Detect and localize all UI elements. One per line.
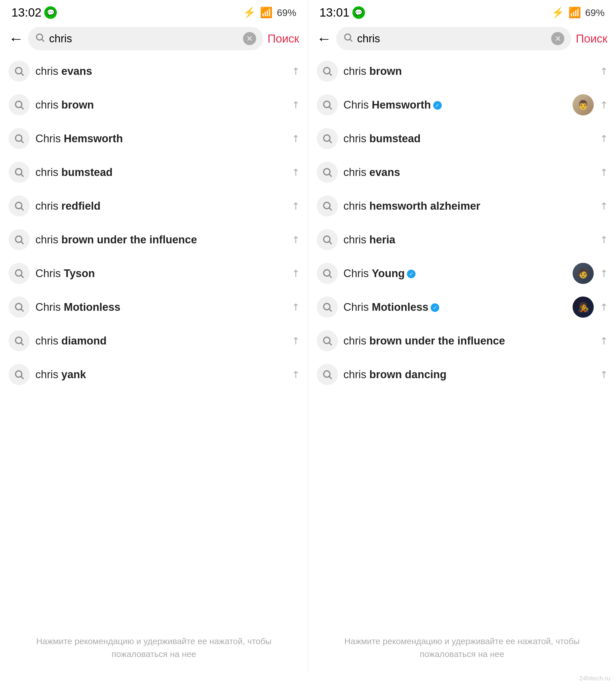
status-bar-left: 13:02 💬 ⚡ 📶 69% bbox=[0, 0, 308, 23]
suggestion-young-right[interactable]: Chris Young✓ 🧑 ↗ bbox=[311, 257, 613, 290]
clear-button-left[interactable]: ✕ bbox=[243, 32, 256, 45]
svg-line-19 bbox=[21, 343, 23, 345]
svg-line-15 bbox=[21, 275, 23, 277]
back-button-left[interactable]: ← bbox=[8, 31, 23, 46]
arrow-icon-diamond-left: ↗ bbox=[288, 334, 302, 348]
suggestion-list-left: chris evans ↗ chris brown ↗ bbox=[0, 54, 308, 629]
svg-line-43 bbox=[329, 377, 331, 379]
arrow-icon-brown-under-right: ↗ bbox=[597, 334, 610, 348]
clear-button-right[interactable]: ✕ bbox=[551, 32, 564, 45]
svg-line-41 bbox=[329, 343, 331, 345]
svg-line-9 bbox=[21, 174, 23, 176]
suggestion-diamond-left[interactable]: chris diamond ↗ bbox=[3, 324, 305, 358]
query-icon-brown-left bbox=[8, 94, 30, 115]
suggestion-brown-under-left[interactable]: chris brown under the influence ↗ bbox=[3, 223, 305, 257]
footer-hint-right: Нажмите рекомендацию и удерживайте ее на… bbox=[308, 629, 616, 672]
query-icon-evans-right bbox=[317, 162, 338, 183]
screen-right: 13:01 💬 ⚡ 📶 69% ← chris ✕ bbox=[308, 0, 616, 672]
suggestion-text-hemsworth-alz-right: chris hemsworth alzheimer bbox=[344, 200, 594, 212]
status-time-left: 13:02 💬 bbox=[12, 6, 57, 19]
suggestion-text-motionless-left: Chris Motionless bbox=[36, 301, 286, 313]
verified-badge-young: ✓ bbox=[407, 270, 416, 278]
query-icon-brown-under-right bbox=[317, 330, 338, 351]
arrow-icon-motionless-left: ↗ bbox=[288, 300, 302, 314]
search-bar-left: ← chris ✕ Поиск bbox=[0, 23, 308, 54]
query-icon-yank-left bbox=[8, 364, 30, 385]
suggestion-text-brown-left: chris brown bbox=[36, 99, 286, 111]
suggestion-yank-left[interactable]: chris yank ↗ bbox=[3, 358, 305, 391]
svg-line-17 bbox=[21, 309, 23, 311]
arrow-icon-bumstead-left: ↗ bbox=[288, 165, 302, 179]
suggestion-redfield-left[interactable]: chris redfield ↗ bbox=[3, 189, 305, 223]
suggestion-bumstead-right[interactable]: chris bumstead ↗ bbox=[311, 122, 613, 155]
suggestion-text-bumstead-right: chris bumstead bbox=[344, 132, 594, 145]
suggestion-brown-left[interactable]: chris brown ↗ bbox=[3, 88, 305, 122]
suggestion-list-right: chris brown ↗ Chris Hemsworth✓ 👨 ↗ bbox=[308, 54, 616, 629]
verified-badge-motionless: ✓ bbox=[431, 303, 439, 312]
suggestion-motionless-left[interactable]: Chris Motionless ↗ bbox=[3, 290, 305, 324]
query-icon-brown-dancing-right bbox=[317, 364, 338, 385]
suggestion-text-brown-under-left: chris brown under the influence bbox=[36, 234, 286, 246]
suggestion-hemsworth-left[interactable]: Chris Hemsworth ↗ bbox=[3, 122, 305, 155]
svg-line-21 bbox=[21, 377, 23, 379]
query-icon-diamond-left bbox=[8, 330, 30, 351]
suggestion-bumstead-left[interactable]: chris bumstead ↗ bbox=[3, 155, 305, 189]
suggestion-text-brown-right: chris brown bbox=[344, 65, 594, 78]
svg-line-39 bbox=[329, 309, 331, 311]
query-icon-motionless-right bbox=[317, 297, 338, 318]
query-icon-brown-right bbox=[317, 61, 338, 82]
arrow-icon-hemsworth-left: ↗ bbox=[288, 132, 302, 145]
suggestion-text-evans-left: chris evans bbox=[36, 65, 286, 78]
search-input-wrapper-left[interactable]: chris ✕ bbox=[28, 27, 263, 50]
svg-line-31 bbox=[329, 174, 331, 176]
arrow-icon-brown-left: ↗ bbox=[288, 98, 302, 112]
bluetooth-icon-left: ⚡ bbox=[243, 6, 256, 19]
query-icon-tyson-left bbox=[8, 263, 30, 284]
suggestion-evans-left[interactable]: chris evans ↗ bbox=[3, 54, 305, 88]
suggestion-tyson-left[interactable]: Chris Tyson ↗ bbox=[3, 257, 305, 290]
arrow-icon-heria-right: ↗ bbox=[597, 233, 610, 247]
status-icons-left: ⚡ 📶 69% bbox=[243, 6, 296, 19]
arrow-icon-brown-right: ↗ bbox=[597, 64, 610, 78]
suggestion-text-hemsworth-left: Chris Hemsworth bbox=[36, 132, 286, 145]
svg-line-11 bbox=[21, 208, 23, 210]
search-input-right[interactable]: chris bbox=[357, 33, 547, 45]
suggestion-brown-under-right[interactable]: chris brown under the influence ↗ bbox=[311, 324, 613, 358]
messenger-icon-left: 💬 bbox=[44, 6, 57, 19]
avatar-motionless-right: 🧑‍🎤 bbox=[573, 297, 594, 318]
svg-line-23 bbox=[350, 39, 352, 41]
arrow-icon-evans-left: ↗ bbox=[288, 64, 302, 78]
signal-icon-right: 📶 bbox=[568, 6, 581, 19]
status-time-right: 13:01 💬 bbox=[320, 6, 365, 19]
suggestion-text-redfield-left: chris redfield bbox=[36, 200, 286, 212]
arrow-icon-bumstead-right: ↗ bbox=[597, 132, 610, 145]
suggestion-hemsworth-right[interactable]: Chris Hemsworth✓ 👨 ↗ bbox=[311, 88, 613, 122]
suggestion-hemsworth-alz-right[interactable]: chris hemsworth alzheimer ↗ bbox=[311, 189, 613, 223]
search-submit-right[interactable]: Поиск bbox=[576, 32, 608, 45]
search-icon-right bbox=[343, 32, 353, 45]
arrow-icon-hemsworth-right: ↗ bbox=[597, 98, 610, 112]
suggestion-brown-right[interactable]: chris brown ↗ bbox=[311, 54, 613, 88]
svg-line-33 bbox=[329, 208, 331, 210]
suggestion-brown-dancing-right[interactable]: chris brown dancing ↗ bbox=[311, 358, 613, 391]
status-icons-right: ⚡ 📶 69% bbox=[551, 6, 604, 19]
arrow-icon-redfield-left: ↗ bbox=[288, 199, 302, 213]
verified-badge-hemsworth: ✓ bbox=[433, 101, 442, 110]
arrow-icon-brown-under-left: ↗ bbox=[288, 233, 302, 247]
suggestion-motionless-right[interactable]: Chris Motionless✓ 🧑‍🎤 ↗ bbox=[311, 290, 613, 324]
search-bar-right: ← chris ✕ Поиск bbox=[308, 23, 616, 54]
suggestion-text-young-right: Chris Young✓ bbox=[344, 267, 567, 280]
search-input-left[interactable]: chris bbox=[49, 33, 239, 45]
query-icon-motionless-left bbox=[8, 297, 30, 318]
query-icon-redfield-left bbox=[8, 195, 30, 216]
search-submit-left[interactable]: Поиск bbox=[268, 32, 299, 45]
suggestion-heria-right[interactable]: chris heria ↗ bbox=[311, 223, 613, 257]
search-input-wrapper-right[interactable]: chris ✕ bbox=[336, 27, 571, 50]
svg-line-3 bbox=[21, 73, 23, 75]
back-button-right[interactable]: ← bbox=[317, 31, 332, 46]
query-icon-hemsworth-alz-right bbox=[317, 195, 338, 216]
suggestion-text-tyson-left: Chris Tyson bbox=[36, 267, 286, 280]
arrow-icon-hemsworth-alz-right: ↗ bbox=[597, 199, 610, 213]
suggestion-evans-right[interactable]: chris evans ↗ bbox=[311, 155, 613, 189]
status-bar-right: 13:01 💬 ⚡ 📶 69% bbox=[308, 0, 616, 23]
